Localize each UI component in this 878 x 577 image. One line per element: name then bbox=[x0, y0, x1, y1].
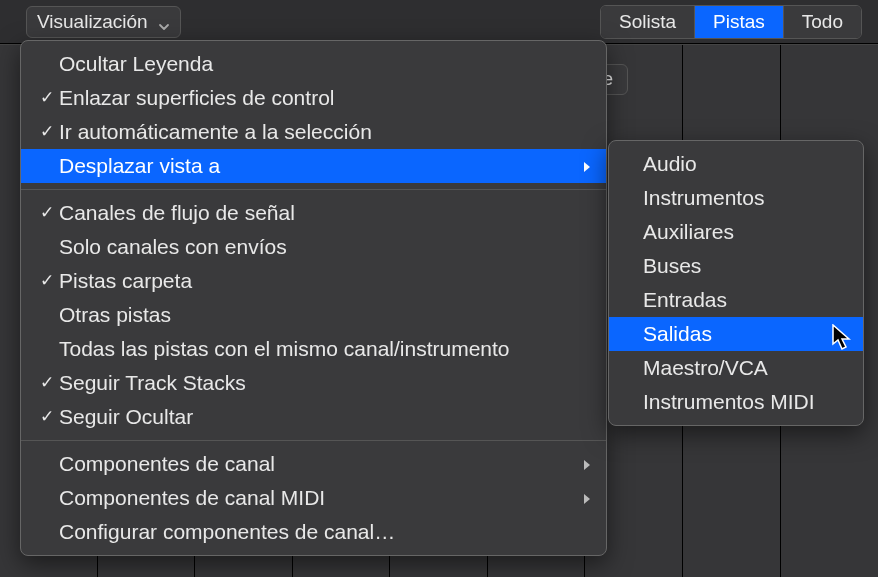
menu-other-tracks[interactable]: Otras pistas bbox=[21, 298, 606, 332]
menu-configure-channel-components[interactable]: Configurar componentes de canal… bbox=[21, 515, 606, 549]
menu-folder-tracks[interactable]: ✓ Pistas carpeta bbox=[21, 264, 606, 298]
submenu-instruments[interactable]: Instrumentos bbox=[609, 181, 863, 215]
submenu-arrow-icon bbox=[578, 484, 592, 512]
menu-scroll-view-to[interactable]: Desplazar vista a bbox=[21, 149, 606, 183]
menu-auto-goto-selection[interactable]: ✓ Ir automáticamente a la selección bbox=[21, 115, 606, 149]
seg-all[interactable]: Todo bbox=[784, 6, 861, 38]
menu-channel-components-midi[interactable]: Componentes de canal MIDI bbox=[21, 481, 606, 515]
submenu-buses[interactable]: Buses bbox=[609, 249, 863, 283]
submenu-arrow-icon bbox=[578, 450, 592, 478]
menu-hide-legend[interactable]: Ocultar Leyenda bbox=[21, 47, 606, 81]
submenu-master-vca[interactable]: Maestro/VCA bbox=[609, 351, 863, 385]
seg-tracks[interactable]: Pistas bbox=[695, 6, 784, 38]
submenu-inputs[interactable]: Entradas bbox=[609, 283, 863, 317]
check-icon: ✓ bbox=[35, 118, 59, 146]
chevron-down-icon bbox=[158, 16, 170, 28]
view-mode-segmented: Solista Pistas Todo bbox=[600, 5, 862, 39]
submenu-audio[interactable]: Audio bbox=[609, 147, 863, 181]
menu-separator bbox=[21, 189, 606, 190]
menu-all-tracks-same-channel[interactable]: Todas las pistas con el mismo canal/inst… bbox=[21, 332, 606, 366]
seg-solo[interactable]: Solista bbox=[601, 6, 695, 38]
menu-channel-components[interactable]: Componentes de canal bbox=[21, 447, 606, 481]
submenu-arrow-icon bbox=[578, 152, 592, 180]
visualization-dropdown-label: Visualización bbox=[37, 11, 148, 33]
check-icon: ✓ bbox=[35, 199, 59, 227]
check-icon: ✓ bbox=[35, 369, 59, 397]
menu-only-channels-with-sends[interactable]: Solo canales con envíos bbox=[21, 230, 606, 264]
menu-link-surfaces[interactable]: ✓ Enlazar superficies de control bbox=[21, 81, 606, 115]
check-icon: ✓ bbox=[35, 84, 59, 112]
menu-separator bbox=[21, 440, 606, 441]
visualization-dropdown[interactable]: Visualización bbox=[26, 6, 181, 38]
check-icon: ✓ bbox=[35, 403, 59, 431]
menu-follow-hide[interactable]: ✓ Seguir Ocultar bbox=[21, 400, 606, 434]
check-icon: ✓ bbox=[35, 267, 59, 295]
top-toolbar: Visualización Solista Pistas Todo bbox=[0, 0, 878, 44]
menu-signal-flow-channels[interactable]: ✓ Canales de flujo de señal bbox=[21, 196, 606, 230]
submenu-midi-instruments[interactable]: Instrumentos MIDI bbox=[609, 385, 863, 419]
submenu-auxiliaries[interactable]: Auxiliares bbox=[609, 215, 863, 249]
menu-follow-track-stacks[interactable]: ✓ Seguir Track Stacks bbox=[21, 366, 606, 400]
scroll-view-to-submenu: Audio Instrumentos Auxiliares Buses Entr… bbox=[608, 140, 864, 426]
submenu-outputs[interactable]: Salidas bbox=[609, 317, 863, 351]
visualization-menu: Ocultar Leyenda ✓ Enlazar superficies de… bbox=[20, 40, 607, 556]
